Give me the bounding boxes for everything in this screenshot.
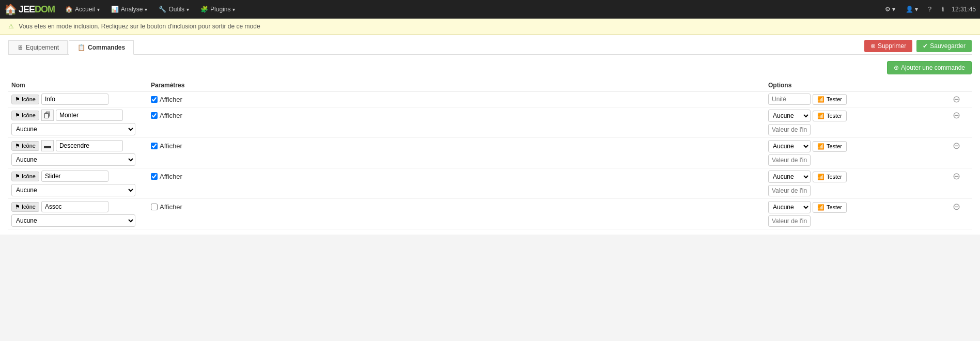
params-cell-descendre: Afficher: [148, 138, 765, 168]
nav-plugins[interactable]: 🧩 Plugins ▾: [195, 4, 240, 15]
check-icon: ✔: [923, 42, 928, 50]
brand-text: JEEDOM: [19, 4, 55, 15]
options-cell-info: 📶 Tester: [765, 91, 941, 107]
info-icon: ℹ: [942, 6, 944, 13]
table-row: ⚑ Icône ▬ Aucune: [8, 138, 972, 168]
valeur-input-slider[interactable]: [768, 185, 811, 196]
wifi-icon: 📶: [817, 174, 825, 180]
nom-cell-descendre: ⚑ Icône ▬ Aucune: [8, 138, 148, 168]
name-input-descendre[interactable]: [56, 140, 123, 151]
caret-icon: ▾: [232, 7, 235, 12]
help-button[interactable]: ?: [925, 5, 935, 14]
afficher-label-info[interactable]: Afficher: [151, 96, 182, 103]
remove-button-descendre[interactable]: ⊖: [951, 140, 962, 151]
table-header: Nom Paramètres Options: [8, 80, 972, 91]
actions-cell-info: ⊖: [941, 91, 972, 107]
caret-icon: ▾: [892, 6, 895, 13]
type-select-monter[interactable]: Aucune: [11, 123, 135, 135]
type-select-assoc[interactable]: Aucune: [11, 214, 135, 227]
afficher-checkbox-monter[interactable]: [151, 112, 158, 119]
params-cell-assoc: Afficher: [148, 199, 765, 229]
sauvegarder-button[interactable]: ✔ Sauvegarder: [916, 40, 972, 52]
caret-icon: ▾: [186, 7, 189, 12]
name-input-info[interactable]: [41, 94, 108, 105]
aucune-select-assoc[interactable]: Aucune: [768, 201, 811, 213]
th-nom: Nom: [8, 80, 148, 91]
table-row: ⚑ Icône Aucune: [8, 199, 972, 229]
aucune-select-descendre[interactable]: Aucune: [768, 140, 811, 152]
icone-button-info[interactable]: ⚑ Icône: [11, 95, 39, 104]
alert-icon: ⚠: [8, 23, 14, 30]
navbar-right: ⚙ ▾ 👤 ▾ ? ℹ 12:31:45: [882, 5, 976, 14]
icone-button-descendre[interactable]: ⚑ Icône: [11, 141, 39, 151]
icone-button-monter[interactable]: ⚑ Icône: [11, 111, 39, 120]
tab-equipement[interactable]: 🖥 Equipement: [8, 40, 68, 54]
tester-button-descendre[interactable]: 📶 Tester: [813, 141, 847, 152]
wifi-icon: 📶: [817, 96, 825, 103]
supprimer-button[interactable]: ⊗ Supprimer: [864, 40, 912, 52]
params-cell-monter: Afficher: [148, 107, 765, 138]
afficher-label-descendre[interactable]: Afficher: [151, 142, 182, 150]
aucune-select-monter[interactable]: Aucune: [768, 110, 811, 122]
nav-accueil[interactable]: 🏠 Accueil ▾: [60, 4, 105, 15]
commands-table: Nom Paramètres Options ⚑ Icône: [8, 80, 972, 229]
trash-icon: ⊗: [870, 42, 876, 50]
home-icon: 🏠: [65, 6, 73, 13]
outils-icon: 🔧: [159, 6, 166, 13]
afficher-label-slider[interactable]: Afficher: [151, 173, 182, 180]
remove-button-assoc[interactable]: ⊖: [951, 201, 962, 212]
user-icon: 👤: [906, 6, 913, 13]
settings-button[interactable]: ⚙ ▾: [882, 5, 898, 14]
afficher-checkbox-info[interactable]: [151, 96, 158, 103]
tabs-actions: ⊗ Supprimer ✔ Sauvegarder: [864, 40, 972, 54]
valeur-input-descendre[interactable]: [768, 154, 811, 166]
top-navbar: 🏠 JEEDOM 🏠 Accueil ▾ 📊 Analyse ▾ 🔧 Outil…: [0, 0, 980, 19]
wifi-icon: 📶: [817, 113, 825, 119]
remove-button-info[interactable]: ⊖: [951, 94, 962, 105]
type-select-slider[interactable]: Aucune: [11, 184, 135, 196]
nom-cell-info: ⚑ Icône: [8, 91, 148, 107]
nav-outils[interactable]: 🔧 Outils ▾: [153, 4, 194, 15]
options-cell-monter: Aucune 📶 Tester: [765, 107, 941, 138]
tester-button-assoc[interactable]: 📶 Tester: [813, 202, 847, 213]
user-button[interactable]: 👤 ▾: [903, 5, 921, 14]
icone-button-assoc[interactable]: ⚑ Icône: [11, 202, 39, 212]
tester-button-slider[interactable]: 📶 Tester: [813, 172, 847, 182]
help-icon: ?: [928, 6, 932, 13]
aucune-select-slider[interactable]: Aucune: [768, 171, 811, 183]
remove-button-monter[interactable]: ⊖: [951, 110, 962, 121]
icone-button-slider[interactable]: ⚑ Icône: [11, 172, 39, 181]
nom-cell-assoc: ⚑ Icône Aucune: [8, 199, 148, 229]
name-input-monter[interactable]: [56, 110, 123, 121]
equipement-icon: 🖥: [17, 44, 23, 51]
flag-icon: ⚑: [15, 204, 20, 210]
afficher-label-assoc[interactable]: Afficher: [151, 203, 182, 211]
wifi-icon: 📶: [817, 204, 825, 211]
valeur-input-assoc[interactable]: [768, 215, 811, 227]
info-button[interactable]: ℹ: [939, 5, 947, 14]
nom-cell-slider: ⚑ Icône Aucune: [8, 168, 148, 199]
afficher-checkbox-assoc[interactable]: [151, 204, 158, 210]
nav-menu: 🏠 Accueil ▾ 📊 Analyse ▾ 🔧 Outils ▾ 🧩 Plu…: [60, 4, 882, 15]
ajouter-commande-button[interactable]: ⊕ Ajouter une commande: [887, 61, 972, 74]
nav-analyse[interactable]: 📊 Analyse ▾: [106, 4, 153, 15]
tab-commandes[interactable]: 📋 Commandes: [69, 40, 134, 55]
remove-button-slider[interactable]: ⊖: [951, 171, 962, 182]
name-input-slider[interactable]: [41, 171, 108, 182]
plugins-icon: 🧩: [200, 6, 208, 13]
type-select-descendre[interactable]: Aucune: [11, 153, 135, 166]
afficher-checkbox-descendre[interactable]: [151, 143, 158, 149]
unite-input-info[interactable]: [768, 94, 811, 105]
afficher-label-monter[interactable]: Afficher: [151, 112, 182, 119]
options-cell-slider: Aucune 📶 Tester: [765, 168, 941, 199]
afficher-checkbox-slider[interactable]: [151, 173, 158, 180]
caret-icon: ▾: [97, 7, 100, 12]
wifi-icon: 📶: [817, 143, 825, 150]
table-body: ⚑ Icône Afficher: [8, 91, 972, 229]
tester-button-monter[interactable]: 📶 Tester: [813, 111, 847, 121]
brand-logo[interactable]: 🏠 JEEDOM: [4, 3, 55, 16]
name-input-assoc[interactable]: [41, 201, 108, 212]
valeur-input-monter[interactable]: [768, 124, 811, 135]
th-actions: [941, 80, 972, 91]
tester-button-info[interactable]: 📶 Tester: [813, 94, 847, 105]
